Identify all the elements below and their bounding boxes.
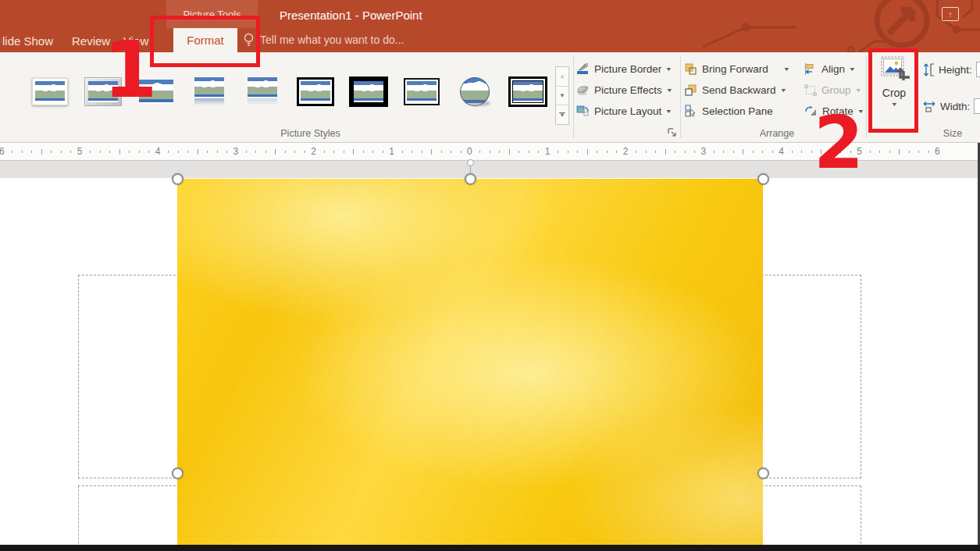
content-placeholder-right-bottom[interactable] (754, 485, 861, 551)
ruler-tick (743, 149, 743, 155)
picture-style-soft-reflection[interactable] (244, 69, 281, 114)
ruler-tick (879, 151, 880, 153)
gallery-scroll-down-icon[interactable]: ▼ (556, 87, 568, 106)
ruler-tick (558, 151, 558, 153)
resize-handle-top-left[interactable] (172, 173, 184, 185)
picture-style-thumbnail (404, 78, 440, 105)
ruler-tick (294, 151, 295, 153)
ruler-tick (31, 151, 32, 153)
ruler-tick (70, 151, 71, 153)
ruler-tick (479, 151, 480, 153)
ruler-number: 2 (311, 146, 316, 157)
ruler-tick (422, 151, 422, 153)
rotation-handle[interactable] (467, 159, 474, 166)
ruler-tick (577, 151, 578, 153)
selection-pane-button[interactable]: Selection Pane (685, 102, 773, 119)
separator (573, 55, 574, 138)
ruler-tick (568, 151, 568, 153)
resize-handle-top-right[interactable] (757, 173, 769, 185)
ruler-tick (51, 151, 52, 153)
thumbnail-landscape-image (407, 81, 437, 102)
ruler-tick (607, 151, 608, 153)
ruler-tick (90, 151, 91, 153)
send-backward-button[interactable]: Send Backward ▼ (685, 81, 786, 98)
ruler-tick (139, 151, 140, 153)
dropdown-caret-icon: ▼ (665, 66, 673, 72)
picture-style-thumbnail (460, 77, 490, 106)
ruler-tick (461, 151, 461, 153)
gallery-scroll-up-icon[interactable]: ▲ (556, 67, 568, 87)
ruler-tick (402, 151, 403, 153)
ribbon-display-options-icon[interactable]: ↑ (942, 7, 959, 21)
ruler-number: 0 (467, 146, 472, 157)
ruler-number: 4 (155, 146, 161, 157)
bring-forward-button[interactable]: Bring Forward ▼ (685, 60, 789, 77)
ruler-tick (441, 151, 442, 153)
gallery-more-icon[interactable]: ▼ (556, 105, 568, 124)
resize-handle-middle-left[interactable] (172, 467, 184, 479)
tell-me-box[interactable]: Tell me what you want to do... (243, 33, 404, 47)
picture-effects-icon (576, 84, 590, 96)
picture-border-button[interactable]: Picture Border ▼ (576, 60, 672, 77)
ruler-number: 3 (700, 146, 706, 157)
width-field[interactable]: Width: (923, 98, 980, 114)
ruler-tick (899, 149, 900, 155)
ruler-tick (226, 151, 227, 153)
ruler-tick (889, 151, 890, 153)
content-placeholder-left-top[interactable] (78, 275, 187, 478)
picture-style-thumbnail (349, 76, 388, 107)
ruler-tick (597, 151, 597, 153)
ruler-number: 5 (77, 146, 83, 157)
thumbnail-landscape-image (301, 81, 330, 102)
resize-handle-middle-right[interactable] (757, 467, 769, 479)
picture-style-double-frame-black[interactable] (297, 69, 334, 114)
resize-handle-top-center[interactable] (465, 173, 476, 185)
gallery-scrollbar: ▲ ▼ ▼ (555, 66, 569, 125)
ruler-tick (129, 151, 130, 153)
ruler-tick (41, 149, 42, 155)
bring-forward-icon (685, 63, 697, 75)
picture-style-thick-frame-black[interactable] (350, 69, 387, 114)
ruler-tick (636, 151, 636, 153)
height-field[interactable]: Height: (923, 62, 980, 77)
send-backward-icon (685, 84, 697, 96)
picture-effects-button[interactable]: Picture Effects ▼ (576, 81, 672, 98)
selected-picture[interactable] (177, 179, 763, 551)
ruler-tick (217, 151, 218, 153)
ruler-tick (22, 151, 23, 153)
selection-pane-icon (685, 105, 697, 117)
content-placeholder-left-bottom[interactable] (78, 485, 187, 551)
ruler-tick (811, 151, 812, 153)
window-title: Presentation1 - PowerPoint (280, 9, 422, 22)
picture-style-simple-frame-black[interactable] (403, 69, 440, 114)
picture-style-frame-black-double[interactable] (509, 69, 547, 114)
ruler-tick (685, 151, 686, 153)
thumbnail-landscape-image (35, 81, 65, 102)
tab-slide-show[interactable]: lide Show (2, 34, 53, 48)
annotation-box-step1 (150, 16, 260, 67)
height-label: Height: (939, 64, 972, 76)
ruler-tick (509, 149, 510, 155)
ruler-tick (61, 151, 62, 153)
picture-layout-button[interactable]: Picture Layout ▼ (576, 102, 672, 119)
picture-style-reflection[interactable] (191, 69, 228, 114)
group-icon (804, 84, 817, 96)
ruler-tick (918, 151, 919, 153)
picture-style-simple-frame-white[interactable] (31, 69, 69, 114)
ruler-number: 6 (0, 146, 5, 157)
content-placeholder-right-top[interactable] (754, 275, 861, 478)
align-button[interactable]: Align ▼ (804, 60, 855, 77)
group-button[interactable]: Group ▼ (804, 81, 861, 98)
height-input[interactable] (976, 62, 980, 77)
dropdown-caret-icon: ▼ (665, 87, 673, 93)
picture-style-thumbnail (508, 76, 547, 107)
ruler-number: 1 (389, 146, 394, 157)
picture-style-oval-shadow[interactable] (456, 69, 494, 114)
width-input[interactable] (974, 98, 980, 114)
ruler-tick (148, 151, 149, 153)
picture-styles-dialog-launcher-icon[interactable] (667, 127, 677, 137)
dropdown-caret-icon: ▼ (665, 108, 673, 114)
thumbnail-landscape-image (354, 81, 383, 102)
dropdown-caret-icon: ▼ (854, 87, 862, 93)
ruler-tick (587, 149, 588, 155)
